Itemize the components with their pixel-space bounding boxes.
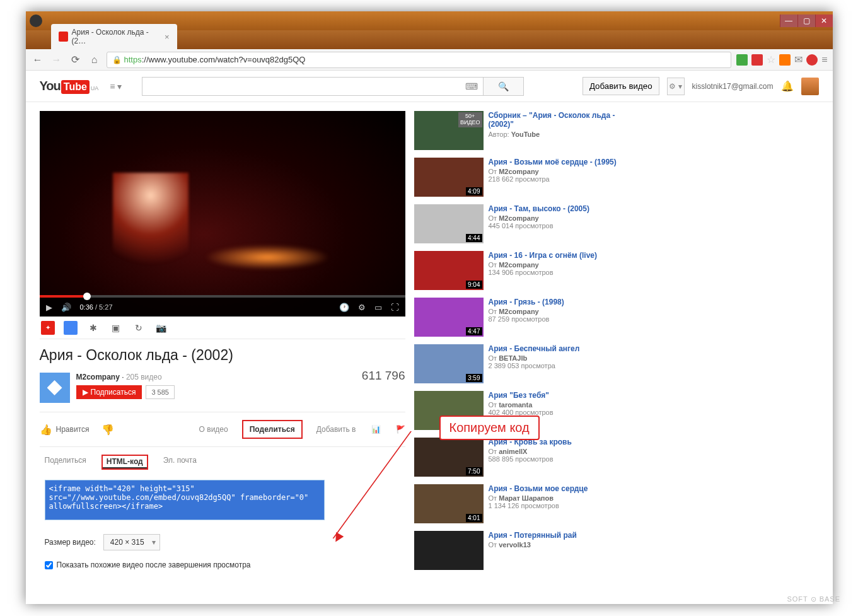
lock-icon: 🔒: [112, 55, 122, 64]
annotation-callout: Копируем код: [439, 416, 540, 440]
ext-icon[interactable]: [779, 54, 791, 66]
browser-toolbar: ← → ⟳ ⌂ 🔒 https://www.youtube.com/watch?…: [26, 49, 833, 71]
related-thumbnail: 9:04: [414, 251, 484, 290]
settings-button[interactable]: ⚙ ▾: [667, 78, 685, 95]
related-video[interactable]: 4:44Ария - Там, высоко - (2005)От M2comp…: [414, 204, 620, 243]
subtab-email[interactable]: Эл. почта: [163, 456, 197, 468]
action-icon[interactable]: ✱: [86, 321, 100, 335]
related-video[interactable]: 50+ВИДЕОСборник – "Ария - Осколок льда -…: [414, 111, 620, 150]
related-title: Ария - Там, высоко - (2005): [489, 204, 589, 213]
user-email[interactable]: kisslotnik17@gmail.com: [692, 82, 774, 91]
action-icon[interactable]: ↻: [132, 321, 146, 335]
duration-badge: 9:04: [466, 281, 482, 289]
ext-icon[interactable]: [806, 54, 818, 66]
related-views: 87 259 просмотров: [489, 315, 564, 323]
keyboard-icon[interactable]: ⌨: [465, 81, 478, 91]
youtube-favicon: [59, 32, 68, 42]
playlist-badge: 50+ВИДЕО: [458, 112, 482, 127]
progress-bar[interactable]: [40, 295, 405, 298]
related-video[interactable]: 4:47Ария - Грязь - (1998)От M2company87 …: [414, 298, 620, 337]
page-content: You Tube UA ≡ ▾ ⌨ 🔍 Добавить видео ⚙ ▾ k…: [26, 71, 833, 604]
guide-button[interactable]: ≡ ▾: [110, 81, 122, 91]
mail-icon[interactable]: ✉: [794, 54, 803, 66]
related-title: Ария - Беспечный ангел: [489, 344, 580, 353]
home-button[interactable]: ⌂: [88, 53, 101, 67]
progress-fill: [40, 295, 84, 298]
bell-icon[interactable]: 🔔: [781, 80, 794, 92]
play-button[interactable]: ▶: [46, 303, 52, 312]
progress-knob[interactable]: [83, 293, 91, 300]
related-author: От M2company: [489, 168, 617, 175]
stats-icon[interactable]: 📊: [371, 425, 381, 434]
related-author: От BETAJIb: [489, 354, 580, 362]
user-avatar[interactable]: [801, 78, 819, 95]
subtab-embed[interactable]: HTML-код: [103, 456, 147, 468]
watch-later-icon[interactable]: 🕐: [339, 303, 349, 312]
related-title: Ария - Возьми моё сердце - (1995): [489, 158, 617, 166]
show-related-label: Показать похожие видео после завершения …: [57, 561, 251, 569]
related-author: От vervolk13: [489, 541, 577, 549]
theater-icon[interactable]: ▭: [374, 303, 382, 312]
related-video[interactable]: 9:04Ария - 16 - Игра с огнём (live)От M2…: [414, 251, 620, 290]
subscribe-button[interactable]: ▶ Подписаться: [76, 385, 142, 399]
search-button[interactable]: 🔍: [484, 77, 524, 96]
forward-button[interactable]: →: [50, 53, 64, 67]
like-button[interactable]: 👍: [40, 424, 52, 436]
action-icon[interactable]: [64, 321, 78, 335]
channel-video-count: 205 видео: [126, 373, 162, 381]
volume-button[interactable]: 🔊: [61, 303, 71, 312]
related-video[interactable]: 3:59Ария - Беспечный ангелОт BETAJIb2 38…: [414, 344, 620, 383]
tab-close-icon[interactable]: ×: [165, 32, 170, 42]
tab-about[interactable]: О видео: [199, 425, 228, 434]
minimize-button[interactable]: —: [780, 15, 797, 27]
back-button[interactable]: ←: [31, 53, 45, 67]
logo-you: You: [40, 79, 61, 93]
show-related-checkbox[interactable]: [45, 561, 53, 569]
watermark: SOFT ⊙ BASE: [787, 595, 840, 603]
maximize-button[interactable]: ▢: [797, 15, 815, 27]
ext-icon[interactable]: [751, 54, 763, 66]
channel-avatar[interactable]: [40, 373, 70, 403]
size-select[interactable]: 420 × 315: [103, 534, 160, 550]
related-author: От taromanta: [489, 401, 554, 409]
related-views: 445 014 просмотров: [489, 222, 589, 230]
video-player[interactable]: ▶ 🔊 0:36 / 5:27 🕐 ⚙ ▭ ⛶: [40, 111, 405, 317]
embed-code-box[interactable]: [45, 480, 325, 520]
action-icon[interactable]: 📷: [154, 321, 168, 335]
dislike-button[interactable]: 👎: [101, 424, 114, 436]
related-title: Ария - 16 - Игра с огнём (live): [489, 251, 598, 260]
related-author: Автор: YouTube: [489, 131, 620, 138]
url-field[interactable]: 🔒 https://www.youtube.com/watch?v=ouvq82…: [107, 52, 732, 68]
related-video[interactable]: Ария - Потерянный райОт vervolk13: [414, 531, 620, 570]
related-thumbnail: 50+ВИДЕО: [414, 111, 484, 150]
extension-icons: ☆ ✉ ≡: [736, 54, 827, 66]
bookmark-icon[interactable]: ☆: [767, 54, 775, 66]
url-path: ://www.youtube.com/watch?v=ouvq82dg5QQ: [142, 55, 306, 64]
ext-icon[interactable]: [736, 54, 748, 66]
tab-addto[interactable]: Добавить в: [316, 425, 356, 434]
flag-icon[interactable]: 🚩: [396, 425, 405, 434]
upload-button[interactable]: Добавить видео: [583, 77, 659, 95]
related-author: От M2company: [489, 261, 598, 269]
youtube-logo[interactable]: You Tube UA: [40, 79, 99, 94]
channel-name[interactable]: M2company: [76, 373, 120, 381]
menu-icon[interactable]: ≡: [821, 54, 827, 66]
settings-icon[interactable]: ⚙: [358, 303, 366, 312]
related-video[interactable]: 4:09Ария - Возьми моё сердце - (1995)От …: [414, 158, 620, 197]
reload-button[interactable]: ⟳: [69, 53, 83, 67]
action-icon[interactable]: ▣: [109, 321, 123, 335]
url-protocol: https: [124, 55, 142, 64]
fullscreen-icon[interactable]: ⛶: [391, 303, 399, 312]
subtab-share[interactable]: Поделиться: [45, 456, 86, 468]
duration-badge: 4:09: [466, 187, 482, 195]
tab-share[interactable]: Поделиться: [243, 421, 301, 438]
browser-tab[interactable]: Ария - Осколок льда - (2… ×: [51, 24, 177, 49]
related-thumbnail: 4:47: [414, 298, 484, 337]
close-window-button[interactable]: ✕: [815, 15, 833, 27]
logo-region: UA: [91, 85, 99, 91]
app-icon: [30, 15, 42, 27]
video-frame: [40, 111, 405, 317]
action-icon[interactable]: ✦: [41, 321, 55, 335]
view-count: 611 796: [362, 369, 405, 383]
search-input[interactable]: [142, 78, 483, 95]
